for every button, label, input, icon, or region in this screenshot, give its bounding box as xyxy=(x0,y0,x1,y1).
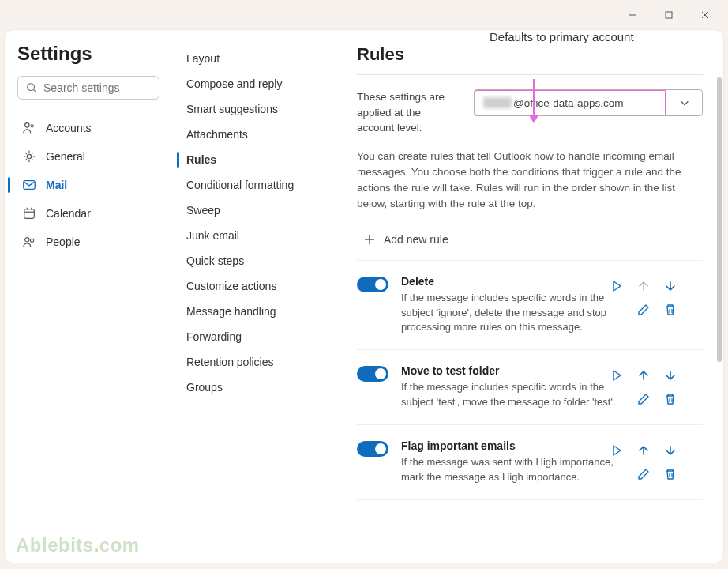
mail-section-item[interactable]: Quick steps xyxy=(177,248,329,273)
delete-rule-button[interactable] xyxy=(659,388,682,410)
category-label: Accounts xyxy=(46,122,92,134)
delete-rule-button[interactable] xyxy=(659,299,682,321)
rule-toggle[interactable] xyxy=(357,277,388,292)
run-rule-button[interactable] xyxy=(605,364,629,386)
move-down-button[interactable] xyxy=(659,275,682,297)
svg-point-9 xyxy=(31,125,34,128)
mail-section-item[interactable]: Layout xyxy=(177,46,329,71)
category-label: General xyxy=(46,150,85,163)
rules-description: You can create rules that tell Outlook h… xyxy=(357,149,703,213)
mail-section-item[interactable]: Customize actions xyxy=(177,273,329,299)
rule-row: Move to test folderIf the message includ… xyxy=(357,350,703,425)
svg-point-10 xyxy=(27,154,31,158)
settings-sidebar: Settings Accounts General Mail xyxy=(5,30,171,563)
category-mail[interactable]: Mail xyxy=(17,171,163,199)
rule-row: DeleteIf the message includes specific w… xyxy=(357,261,703,351)
rule-name: Move to test folder xyxy=(401,364,624,377)
chevron-down-icon xyxy=(666,90,702,115)
rule-actions xyxy=(605,275,682,321)
mail-sections-list: LayoutCompose and replySmart suggestions… xyxy=(171,30,336,563)
svg-line-7 xyxy=(34,90,37,93)
watermark: Ablebits.com xyxy=(16,534,140,556)
delete-rule-button[interactable] xyxy=(659,463,682,485)
svg-rect-1 xyxy=(666,12,672,18)
redacted-prefix xyxy=(483,97,512,108)
svg-point-16 xyxy=(25,238,29,242)
window-close-button[interactable] xyxy=(687,2,723,28)
calendar-icon xyxy=(22,206,36,220)
svg-point-6 xyxy=(28,84,35,91)
move-down-button[interactable] xyxy=(659,439,682,462)
svg-marker-5 xyxy=(529,115,538,123)
category-calendar[interactable]: Calendar xyxy=(17,199,163,228)
category-label: Calendar xyxy=(46,207,91,220)
mail-section-item[interactable]: Retention policies xyxy=(177,349,329,375)
plus-icon xyxy=(363,233,376,246)
rule-toggle[interactable] xyxy=(357,366,388,382)
category-accounts[interactable]: Accounts xyxy=(17,114,163,142)
app-frame: Defaults to primary account Settings Acc… xyxy=(5,30,723,563)
run-rule-button[interactable] xyxy=(605,275,629,297)
mail-section-item[interactable]: Junk email xyxy=(177,223,329,248)
move-up-button[interactable] xyxy=(632,364,655,386)
mail-section-item[interactable]: Sweep xyxy=(177,198,329,223)
edit-rule-button[interactable] xyxy=(632,388,655,410)
rule-description: If the message was sent with High import… xyxy=(401,455,624,485)
mail-section-item[interactable]: Attachments xyxy=(177,122,329,147)
account-selected-value: @office-data-apps.com xyxy=(474,89,666,116)
rule-actions xyxy=(605,364,682,410)
category-label: Mail xyxy=(46,179,67,191)
search-settings[interactable] xyxy=(17,76,159,100)
run-rule-button[interactable] xyxy=(605,439,629,462)
mail-section-item[interactable]: Groups xyxy=(177,375,329,400)
people-icon xyxy=(22,235,36,249)
move-down-button[interactable] xyxy=(659,364,682,386)
window-maximize-button[interactable] xyxy=(651,2,687,28)
search-icon xyxy=(26,82,37,93)
svg-rect-12 xyxy=(24,209,35,219)
category-general[interactable]: General xyxy=(17,142,163,171)
move-up-button[interactable] xyxy=(632,439,655,462)
rule-description: If the message includes specific words i… xyxy=(401,291,624,336)
svg-point-17 xyxy=(31,239,34,242)
rule-toggle[interactable] xyxy=(357,441,388,457)
mail-section-item[interactable]: Rules xyxy=(177,147,329,172)
rule-description: If the message includes specific words i… xyxy=(401,380,624,410)
window-titlebar xyxy=(0,0,728,30)
gear-icon xyxy=(22,149,36,164)
add-rule-button[interactable]: Add new rule xyxy=(357,225,703,261)
mail-section-item[interactable]: Message handling xyxy=(177,299,329,324)
account-selector[interactable]: @office-data-apps.com xyxy=(474,89,703,116)
mail-section-item[interactable]: Compose and reply xyxy=(177,71,329,96)
person-icon xyxy=(22,121,36,135)
edit-rule-button[interactable] xyxy=(632,463,655,485)
search-input[interactable] xyxy=(43,81,151,94)
account-scope-label: These settings are applied at the accoun… xyxy=(357,89,460,136)
window-minimize-button[interactable] xyxy=(614,2,651,28)
mail-section-item[interactable]: Conditional formatting xyxy=(177,172,329,198)
add-rule-label: Add new rule xyxy=(384,233,448,246)
edit-rule-button[interactable] xyxy=(632,299,655,321)
mail-section-item[interactable]: Smart suggestions xyxy=(177,96,329,122)
move-up-button xyxy=(632,275,655,297)
svg-point-8 xyxy=(25,123,29,127)
settings-title: Settings xyxy=(17,43,163,65)
rule-name: Delete xyxy=(401,275,624,288)
category-label: People xyxy=(46,236,81,248)
rule-row: Flag important emailsIf the message was … xyxy=(357,425,703,500)
mail-section-item[interactable]: Forwarding xyxy=(177,324,329,349)
annotation-arrow xyxy=(526,77,542,125)
category-people[interactable]: People xyxy=(17,228,163,256)
panel-title: Rules xyxy=(357,44,703,75)
mail-icon xyxy=(22,178,36,192)
rule-actions xyxy=(605,439,682,485)
rule-name: Flag important emails xyxy=(401,439,624,452)
svg-rect-11 xyxy=(24,181,35,190)
annotation-label: Defaults to primary account xyxy=(490,30,634,43)
